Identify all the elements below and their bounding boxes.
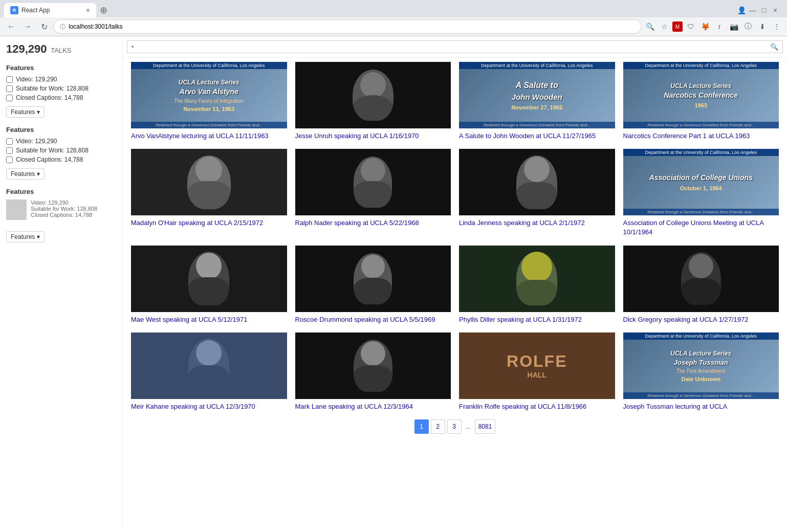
forward-button[interactable]: →: [20, 19, 35, 34]
shield-icon-btn[interactable]: 🛡: [685, 20, 697, 33]
address-bar[interactable]: ⓘ localhost:3001/talks: [53, 19, 642, 34]
item-thumbnail: [131, 246, 287, 312]
list-item[interactable]: Mae West speaking at UCLA 5/12/1971: [131, 246, 287, 324]
filter-cc-label-2: Closed Captions: 14,788: [16, 156, 83, 163]
item-thumbnail: Department at the University of Californ…: [623, 332, 779, 399]
menu-icon-btn[interactable]: ⋮: [771, 20, 783, 33]
item-thumbnail: [131, 332, 287, 399]
list-item[interactable]: Department at the University of Californ…: [623, 332, 779, 411]
item-title: Arvo VanAlstyne lecturing at UCLA 11/11/…: [131, 131, 287, 141]
list-item[interactable]: Phyllis Diller speaking at UCLA 1/31/197…: [459, 246, 615, 324]
thumb-series: UCLA Lecture Series: [670, 349, 731, 358]
back-button[interactable]: ←: [4, 19, 18, 34]
item-thumbnail: [295, 332, 451, 399]
filter-sfw-2[interactable]: Suitable for Work: 128,808: [6, 147, 116, 154]
sidebar: 129,290 TALKS Features Video: 129,290 Su…: [0, 36, 123, 527]
list-item[interactable]: Mark Lane speaking at UCLA 12/3/1964: [295, 332, 451, 411]
page-button-last[interactable]: 8081: [475, 419, 496, 434]
filter-cc-checkbox-2[interactable]: [6, 157, 13, 163]
firefox-icon-btn[interactable]: 🦊: [699, 20, 711, 33]
item-title: Linda Jenness speaking at UCLA 2/1/1972: [459, 218, 615, 228]
thumb-title: Narcotics Conference: [664, 91, 738, 101]
window-controls: 👤 — □ ×: [738, 7, 783, 14]
list-item[interactable]: Dick Gregory speaking at UCLA 1/27/1972: [623, 246, 779, 324]
profile-button[interactable]: 👤: [738, 7, 745, 14]
list-item[interactable]: Department at the University of Californ…: [459, 62, 615, 141]
page-layout: 129,290 TALKS Features Video: 129,290 Su…: [0, 36, 787, 527]
bookmark-icon-btn[interactable]: ☆: [658, 20, 670, 33]
filter-cc-1[interactable]: Closed Captions: 14,788: [6, 94, 116, 101]
item-thumbnail: [459, 246, 615, 312]
page-button-2[interactable]: 2: [431, 419, 445, 434]
download-icon-btn[interactable]: ⬇: [756, 20, 769, 33]
refresh-button[interactable]: ↻: [37, 19, 51, 34]
page-ellipsis: ...: [464, 423, 473, 430]
item-title: Joseph Tussman lecturing at UCLA: [623, 402, 779, 411]
list-item[interactable]: Roscoe Drummond speaking at UCLA 5/5/196…: [295, 246, 451, 324]
maximize-button[interactable]: □: [760, 7, 768, 14]
aerial-bottom: Retained through a Generous Donation fro…: [623, 209, 779, 215]
user-icon-btn[interactable]: r: [713, 20, 726, 33]
aerial-bottom: Retained through a Generous Donation fro…: [623, 122, 779, 128]
chevron-icon-1: ▾: [37, 108, 40, 116]
list-item[interactable]: Jesse Unruh speaking at UCLA 1/16/1970: [295, 62, 451, 141]
filter-title-2: Features: [6, 126, 116, 134]
filter-sfw-checkbox-2[interactable]: [6, 147, 13, 154]
new-tab-button[interactable]: ⊕: [96, 3, 111, 17]
chevron-icon-2: ▾: [37, 170, 40, 178]
list-item[interactable]: ROLFE HALL Franklin Rolfe speaking at UC…: [459, 332, 615, 411]
list-item[interactable]: Department at the University of Californ…: [623, 62, 779, 141]
chevron-icon-3: ▾: [37, 233, 40, 240]
list-item[interactable]: Linda Jenness speaking at UCLA 2/1/1972: [459, 149, 615, 237]
list-item[interactable]: Department at the University of Californ…: [623, 149, 779, 237]
item-title: Mae West speaking at UCLA 5/12/1971: [131, 315, 287, 324]
item-title: Dick Gregory speaking at UCLA 1/27/1972: [623, 315, 779, 324]
browser-tab[interactable]: R React App ×: [4, 3, 96, 17]
info-icon-btn[interactable]: ⓘ: [742, 20, 754, 33]
filter-sfw-label-1: Suitable for Work: 128,808: [16, 85, 89, 92]
aerial-bottom: Retained through a Generous Donation fro…: [131, 122, 287, 128]
page-button-1[interactable]: 1: [414, 419, 429, 434]
minimize-button[interactable]: —: [749, 7, 756, 14]
features-dropdown-3[interactable]: Features ▾: [6, 231, 45, 242]
thumb-title: Joseph Tussman: [670, 358, 731, 367]
filter-video-2[interactable]: Video: 129,290: [6, 138, 116, 145]
features-dropdown-1[interactable]: Features ▾: [6, 106, 45, 118]
thumb-series: UCLA Lecture Series: [174, 78, 244, 87]
filter-cc-2[interactable]: Closed Captions: 14,788: [6, 156, 116, 163]
search-input[interactable]: [132, 43, 770, 51]
list-item[interactable]: Department at the University of Californ…: [131, 62, 287, 141]
pagination: 1 2 3 ... 8081: [131, 411, 779, 442]
filter-video-1[interactable]: Video: 129,290: [6, 76, 116, 83]
tab-close-button[interactable]: ×: [86, 6, 90, 14]
filter-sfw-checkbox-1[interactable]: [6, 85, 13, 92]
filter-video-checkbox-1[interactable]: [6, 76, 13, 83]
item-thumbnail: [295, 246, 451, 312]
filter-section-3-thumb: Video: 129,290 Suitable for Work: 128,80…: [6, 199, 116, 220]
list-item[interactable]: Ralph Nader speaking at UCLA 5/22/1968: [295, 149, 451, 237]
search-bar-container: 🔍: [123, 36, 787, 58]
filter-section-1: Features Video: 129,290 Suitable for Wor…: [6, 64, 116, 118]
close-window-button[interactable]: ×: [772, 7, 779, 14]
result-label: TALKS: [51, 47, 71, 54]
list-item[interactable]: Meir Kahane speaking at UCLA 12/3/1970: [131, 332, 287, 411]
sidebar-thumbnail: [6, 199, 27, 220]
results-count-section: 129,290 TALKS: [6, 42, 116, 56]
thumb-overlay: UCLA Lecture Series Joseph Tussman The F…: [623, 332, 779, 399]
features-dropdown-2[interactable]: Features ▾: [6, 168, 45, 180]
filter-title-1: Features: [6, 64, 116, 72]
filter-video-checkbox-2[interactable]: [6, 138, 13, 145]
main-content: Department at the University of Californ…: [123, 58, 787, 527]
list-item[interactable]: Madalyn O'Hair speaking at UCLA 2/15/197…: [131, 149, 287, 237]
item-thumbnail: Department at the University of Californ…: [459, 62, 615, 128]
thumb-title: Arvo Van Alstyne: [174, 87, 244, 97]
tab-favicon: R: [10, 6, 18, 14]
page-button-3[interactable]: 3: [447, 419, 462, 434]
filter-sfw-1[interactable]: Suitable for Work: 128,808: [6, 85, 116, 92]
url-input[interactable]: localhost:3001/talks: [69, 23, 635, 30]
extensions-icon-btn[interactable]: M: [672, 21, 683, 32]
filter-cc-checkbox-1[interactable]: [6, 95, 13, 101]
camera-icon-btn[interactable]: 📷: [728, 20, 740, 33]
thumb-date: Date Unknown: [670, 376, 731, 382]
search-icon-btn[interactable]: 🔍: [644, 20, 656, 33]
